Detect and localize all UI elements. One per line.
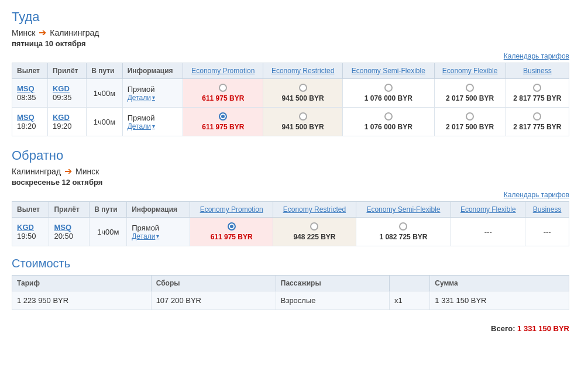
arr-code[interactable]: KGD: [53, 113, 81, 122]
radio-business[interactable]: [533, 84, 541, 92]
departure-cell: MSQ18:20: [12, 108, 48, 136]
radio-flex[interactable]: [466, 112, 474, 121]
restricted-price: 948 225 BYR: [293, 233, 335, 241]
return-date: воскресенье 12 октября: [12, 178, 569, 187]
radio-flex[interactable]: [466, 84, 474, 92]
radio-promo[interactable]: [228, 222, 236, 231]
forward-table: Вылет Прилёт В пути Информация Economy P…: [12, 63, 569, 136]
return-calendar-link[interactable]: Календарь тарифов: [504, 191, 569, 199]
grand-total-label: Всего:: [491, 324, 515, 333]
info-cell: ПрямойДетали ▾: [122, 108, 183, 136]
semiflex-price: 1 076 000 BYR: [365, 94, 412, 102]
business-price-cell[interactable]: 2 817 775 BYR: [506, 108, 569, 136]
flight-type: Прямой: [132, 223, 159, 232]
cost-col-passengers: Пассажиры: [276, 276, 389, 291]
restricted-price-cell[interactable]: 948 225 BYR: [273, 218, 356, 246]
col-economy-semiflex[interactable]: Economy Semi-Flexible: [343, 63, 434, 79]
dep-code[interactable]: KGD: [17, 223, 44, 232]
radio-promo[interactable]: [219, 84, 227, 92]
radio-restricted[interactable]: [299, 112, 307, 121]
dep-time: 18:20: [17, 122, 43, 130]
semiflex-price-cell[interactable]: 1 076 000 BYR: [343, 79, 434, 108]
promo-price-cell[interactable]: 611 975 BYR: [190, 218, 273, 246]
flight-type: Прямой: [128, 85, 155, 94]
grand-total-amount: 1 331 150 BYR: [517, 324, 569, 333]
restricted-price: 941 500 BYR: [282, 123, 324, 131]
ret-col-departure: Вылет: [12, 202, 49, 218]
col-economy-restricted[interactable]: Economy Restricted: [263, 63, 343, 79]
radio-restricted[interactable]: [310, 222, 318, 231]
table-row: MSQ08:35KGD09:351ч00мПрямойДетали ▾611 9…: [12, 79, 569, 108]
return-calendar-row: Календарь тарифов: [12, 190, 569, 199]
ret-col-economy-flex[interactable]: Economy Flexible: [451, 202, 525, 218]
cost-passengers-type: Взрослые: [276, 291, 389, 310]
cost-tariff: 1 223 950 BYR: [12, 291, 152, 310]
duration-cell: 1ч00м: [87, 108, 123, 136]
semiflex-price-cell[interactable]: 1 076 000 BYR: [343, 108, 434, 136]
col-duration: В пути: [87, 63, 123, 79]
restricted-price-cell[interactable]: 941 500 BYR: [263, 79, 343, 108]
col-info: Информация: [122, 63, 183, 79]
semiflex-price: 1 076 000 BYR: [365, 123, 412, 131]
flex-price-cell[interactable]: 2 017 500 BYR: [434, 79, 506, 108]
cost-col-tariff: Тариф: [12, 276, 152, 291]
ret-col-arrival: Прилёт: [49, 202, 90, 218]
forward-calendar-row: Календарь тарифов: [12, 51, 569, 60]
arr-time: 19:20: [53, 122, 81, 130]
ret-col-economy-semiflex[interactable]: Economy Semi-Flexible: [356, 202, 451, 218]
forward-arrow: ➔: [39, 27, 46, 38]
details-link[interactable]: Детали ▾: [128, 94, 178, 102]
return-from: Калининград: [12, 167, 61, 176]
flex-price: 2 017 500 BYR: [446, 123, 494, 131]
promo-price-cell[interactable]: 611 975 BYR: [183, 79, 263, 108]
dep-code[interactable]: MSQ: [17, 113, 43, 122]
arrival-cell: KGD09:35: [47, 79, 86, 108]
business-price: 2 817 775 BYR: [513, 94, 561, 102]
return-to: Минск: [75, 167, 99, 176]
flex-price: ---: [484, 228, 492, 236]
restricted-price-cell[interactable]: 941 500 BYR: [263, 108, 343, 136]
ret-col-business[interactable]: Business: [525, 202, 569, 218]
duration-cell: 1ч00м: [87, 79, 123, 108]
radio-semiflex[interactable]: [384, 112, 393, 121]
return-table: Вылет Прилёт В пути Информация Economy P…: [12, 201, 569, 246]
radio-semiflex[interactable]: [384, 84, 393, 92]
chevron-icon: ▾: [156, 233, 159, 239]
business-price-cell[interactable]: 2 817 775 BYR: [506, 79, 569, 108]
flex-price-cell[interactable]: 2 017 500 BYR: [434, 108, 506, 136]
ret-col-economy-restricted[interactable]: Economy Restricted: [273, 202, 356, 218]
ret-col-economy-promo[interactable]: Economy Promotion: [190, 202, 273, 218]
col-economy-flex[interactable]: Economy Flexible: [434, 63, 506, 79]
radio-promo[interactable]: [219, 112, 227, 121]
col-economy-promo[interactable]: Economy Promotion: [183, 63, 263, 79]
departure-cell: MSQ08:35: [12, 79, 48, 108]
cost-passengers-count: x1: [389, 291, 429, 310]
col-arrival: Прилёт: [47, 63, 86, 79]
radio-business[interactable]: [533, 112, 541, 121]
forward-title: Туда: [12, 9, 569, 25]
table-row: KGD19:50MSQ20:501ч00мПрямойДетали ▾611 9…: [12, 218, 569, 246]
arr-code[interactable]: KGD: [53, 84, 81, 93]
arr-code[interactable]: MSQ: [54, 223, 84, 232]
radio-semiflex[interactable]: [399, 222, 407, 231]
forward-calendar-link[interactable]: Календарь тарифов: [504, 52, 569, 60]
semiflex-price-cell[interactable]: 1 082 725 BYR: [356, 218, 451, 246]
cost-fees: 107 200 BYR: [151, 291, 276, 310]
col-business[interactable]: Business: [506, 63, 569, 79]
restricted-price: 941 500 BYR: [282, 94, 324, 102]
forward-date: пятница 10 октября: [12, 39, 569, 48]
promo-price-cell[interactable]: 611 975 BYR: [183, 108, 263, 136]
cost-section: Стоимость Тариф Сборы Пассажиры Сумма 1 …: [12, 257, 569, 336]
details-link[interactable]: Детали ▾: [128, 122, 178, 130]
details-link[interactable]: Детали ▾: [132, 232, 185, 240]
ret-col-duration: В пути: [90, 202, 127, 218]
cost-col-fees: Сборы: [151, 276, 276, 291]
radio-restricted[interactable]: [299, 84, 307, 92]
forward-route: Минск ➔ Калининград: [12, 27, 569, 38]
business-price-cell[interactable]: ---: [525, 218, 569, 246]
cost-total: 1 331 150 BYR: [430, 291, 569, 310]
dep-code[interactable]: MSQ: [17, 84, 43, 93]
flex-price-cell[interactable]: ---: [451, 218, 525, 246]
info-cell: ПрямойДетали ▾: [122, 79, 183, 108]
promo-price: 611 975 BYR: [211, 233, 253, 241]
